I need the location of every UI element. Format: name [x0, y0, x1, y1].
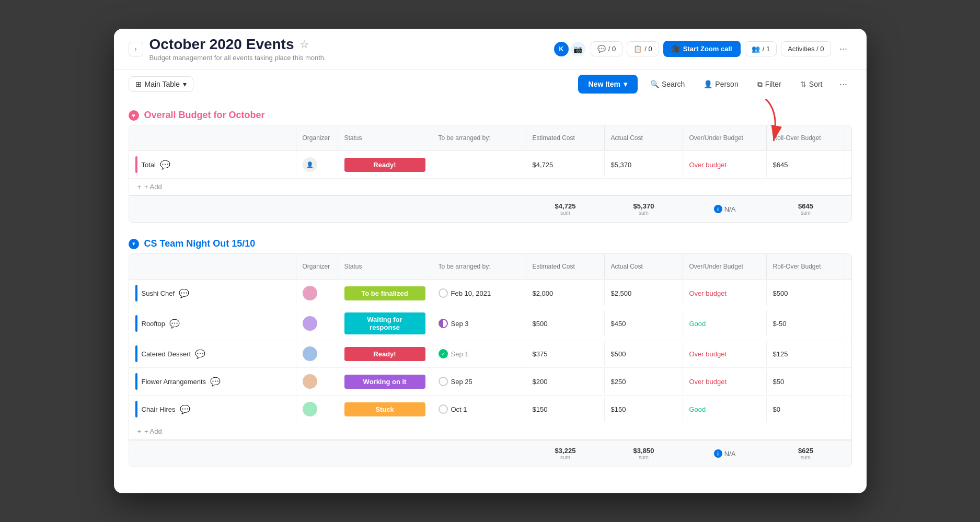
add-label: + Add [144, 427, 162, 435]
comment-icon[interactable]: 💬 [169, 319, 180, 329]
row-name-cell: Chair Hires 💬 [129, 396, 296, 423]
avatar-k[interactable]: K [553, 41, 570, 57]
new-item-button[interactable]: New Item ▾ [578, 75, 638, 94]
add-row-button[interactable]: + + Add [129, 179, 851, 195]
comment-icon: 💬 [597, 45, 606, 53]
status-badge[interactable]: Stuck [344, 402, 425, 416]
organizer-avatar[interactable] [303, 346, 317, 361]
status-badge[interactable]: To be finalized [344, 286, 425, 300]
sum-status [338, 443, 432, 465]
plus-icon: + [137, 183, 142, 191]
organizer-avatar[interactable] [303, 374, 317, 389]
comment-icon[interactable]: 💬 [179, 288, 189, 298]
content-area: ♥ Overall Budget for October Organizer S… [114, 99, 867, 493]
group1-summary-row: $4,725 sum $5,370 sum i N/A $645 [129, 195, 851, 222]
row-color-indicator [135, 345, 137, 362]
col-over-under: Over/Under Budget [683, 254, 767, 279]
sum-organizer [296, 443, 338, 465]
sum-extra [845, 198, 852, 220]
comment-icon[interactable]: 💬 [195, 349, 205, 359]
row-status: To be finalized [338, 281, 432, 306]
col-status: Status [338, 254, 432, 279]
star-icon[interactable]: ☆ [299, 38, 309, 51]
check-circle[interactable] [439, 377, 448, 386]
filter-label: Filter [765, 80, 781, 88]
row-name-cell: Sushi Chef 💬 [129, 280, 296, 307]
status-badge[interactable]: Working on it [344, 375, 425, 389]
row-extra [845, 341, 852, 366]
row-over-under: Over budget [683, 281, 767, 306]
row-arranged: ✓ Sep 1 [432, 341, 526, 366]
header-more-button[interactable]: ··· [835, 41, 852, 57]
people-count: / 1 [763, 45, 770, 53]
group1-table: Organizer Status To be arranged by: Esti… [129, 125, 852, 223]
row-extra [845, 397, 852, 422]
start-zoom-button[interactable]: 🎥 Start Zoom call [663, 41, 741, 57]
row-estimated: $200 [526, 369, 605, 394]
organizer-avatar[interactable]: 👤 [303, 157, 317, 172]
add-column-button[interactable]: + [851, 131, 852, 145]
group1-header: ♥ Overall Budget for October [129, 110, 852, 121]
avatar-person-icon: 👤 [306, 161, 314, 168]
people-button[interactable]: 👥 / 1 [745, 41, 777, 56]
chevron-down-icon: ▾ [183, 80, 187, 88]
col-add: + [845, 125, 852, 150]
row-name-cell: Catered Dessert 💬 [129, 340, 296, 367]
comment-icon[interactable]: 💬 [210, 377, 221, 387]
col-actual: Actual Cost [605, 125, 683, 150]
col-name [129, 254, 296, 279]
group1-collapse-arrow[interactable]: ♥ [129, 110, 139, 121]
col-name [129, 125, 296, 150]
col-over-under: Over/Under Budget [683, 125, 767, 150]
activities-button[interactable]: Activities / 0 [781, 41, 831, 56]
organizer-avatar[interactable] [303, 316, 317, 331]
comment-icon[interactable]: 💬 [160, 160, 170, 170]
row-status: Ready! [338, 341, 432, 366]
header-actions: K 📷 💬 / 0 📋 / 0 🎥 Start Zoom call 👥 / 1 … [553, 41, 852, 57]
status-badge[interactable]: Ready! [344, 347, 425, 361]
header: › October 2020 Events ☆ Budget managemen… [114, 29, 867, 69]
search-button[interactable]: 🔍 Search [644, 76, 691, 92]
avatar-camera[interactable]: 📷 [570, 41, 586, 57]
add-column-button[interactable]: + [851, 259, 852, 274]
check-circle[interactable]: ✓ [439, 349, 448, 358]
row-name: Flower Arrangements [142, 378, 206, 386]
group-overall-budget: ♥ Overall Budget for October Organizer S… [129, 110, 852, 223]
view-selector[interactable]: ⊞ Main Table ▾ [129, 76, 193, 92]
row-estimated: $375 [526, 341, 605, 366]
table-row: Catered Dessert 💬 Ready! ✓ Sep 1 [129, 340, 851, 368]
comment-icon[interactable]: 💬 [180, 404, 190, 414]
row-actual: $250 [605, 369, 683, 394]
row-name: Total [142, 161, 156, 169]
sum-arranged [432, 443, 526, 465]
row-arranged: Sep 3 [432, 311, 526, 336]
plus-icon: + [137, 427, 142, 435]
sort-button[interactable]: ⇅ Sort [794, 76, 829, 92]
check-circle[interactable] [439, 288, 448, 298]
row-over-under: Good [683, 311, 767, 336]
group2-collapse-arrow[interactable]: ▾ [129, 239, 139, 249]
sum-empty [129, 198, 296, 220]
row-rollover: $125 [767, 341, 845, 366]
toolbar-more-button[interactable]: ··· [835, 76, 852, 92]
sum-estimated: $4,725 sum [526, 198, 605, 220]
organizer-avatar[interactable] [303, 402, 317, 416]
organizer-avatar[interactable] [303, 286, 317, 300]
person-filter-button[interactable]: 👤 Person [697, 76, 744, 92]
status-badge[interactable]: Waiting for response [344, 312, 425, 334]
collapse-button[interactable]: › [129, 42, 143, 56]
status-badge[interactable]: Ready! [344, 158, 425, 172]
person-label: Person [715, 80, 738, 88]
add-row-button[interactable]: + + Add [129, 423, 851, 439]
col-arranged: To be arranged by: [432, 254, 526, 279]
filter-button[interactable]: ⧉ Filter [751, 76, 788, 93]
check-circle[interactable] [439, 319, 448, 328]
group2-header: ▾ CS Team Night Out 15/10 [129, 238, 852, 249]
table-row: Rooftop 💬 Waiting for response Sep 3 [129, 307, 851, 340]
check-circle[interactable] [439, 404, 448, 414]
notifications-tasks[interactable]: 📋 / 0 [627, 41, 659, 56]
zoom-label: Start Zoom call [683, 45, 732, 53]
comment-count: / 0 [608, 45, 616, 53]
notifications-comments[interactable]: 💬 / 0 [591, 41, 622, 56]
sum-extra [845, 443, 852, 465]
